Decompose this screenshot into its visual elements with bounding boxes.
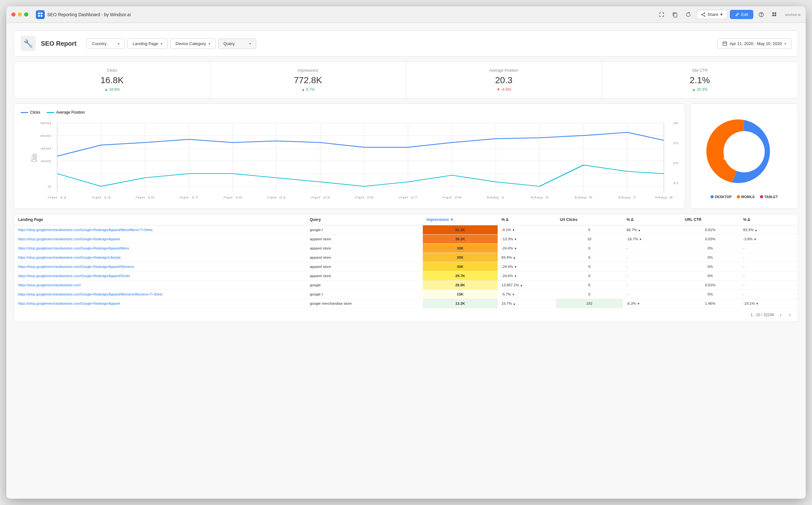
device-category-filter[interactable]: Device Category ▾ bbox=[170, 38, 216, 49]
cell-url-ctr-delta: - bbox=[739, 290, 798, 299]
cell-impressions: 13.2K bbox=[423, 299, 498, 308]
cell-url-clicks-delta: - bbox=[623, 253, 681, 262]
cell-query: google t bbox=[306, 225, 423, 234]
col-url-ctr[interactable]: URL CTR bbox=[681, 214, 739, 225]
cell-landing-page: https://shop.googlemerchandisestore.com/… bbox=[14, 234, 306, 244]
landing-page-chevron-icon: ▾ bbox=[161, 42, 163, 45]
svg-text:Apr 17: Apr 17 bbox=[179, 196, 198, 199]
cell-landing-page: https://shop.googlemerchandisestore.com/… bbox=[14, 272, 306, 281]
col-query[interactable]: Query bbox=[306, 214, 423, 225]
svg-text:May 3: May 3 bbox=[531, 196, 549, 199]
cell-impressions-delta: 13,957.1% ▲ bbox=[498, 281, 556, 290]
cell-url-clicks: 0 bbox=[556, 290, 623, 299]
donut-legend: DESKTOP MOBILE TABLET bbox=[711, 195, 778, 199]
query-filter[interactable]: Query ▾ bbox=[218, 38, 256, 49]
svg-point-5 bbox=[704, 13, 705, 14]
cell-query: apparel store bbox=[306, 234, 423, 244]
svg-rect-14 bbox=[772, 15, 774, 16]
close-button[interactable] bbox=[11, 12, 16, 16]
cell-url-ctr: 0% bbox=[681, 272, 739, 281]
app-logo: SEO Reporting Dashboard - by Windsor.ai bbox=[36, 10, 131, 19]
legend-avg-position: Average Position bbox=[47, 110, 85, 115]
svg-text:45.1%: 45.1% bbox=[723, 156, 735, 161]
share-button[interactable]: Share ▾ bbox=[696, 10, 727, 19]
svg-text:52.2%: 52.2% bbox=[753, 150, 764, 154]
cell-url-ctr: 0.01% bbox=[681, 225, 739, 234]
svg-text:Apr 21: Apr 21 bbox=[267, 196, 286, 199]
cell-url-clicks-delta: - bbox=[623, 290, 681, 299]
cell-landing-page: https://shop.googlemerchandisestore.com/… bbox=[14, 262, 306, 272]
col-landing-page[interactable]: Landing Page bbox=[14, 214, 306, 225]
line-chart-container: Clicks Average Position bbox=[14, 104, 685, 209]
windsor-logo: windsor.ai bbox=[785, 13, 801, 16]
svg-text:May 9: May 9 bbox=[655, 196, 673, 199]
cell-impressions-delta: -13.3% ▼ bbox=[498, 234, 556, 244]
help-button[interactable] bbox=[756, 10, 767, 19]
col-impressions-delta[interactable]: % Δ bbox=[498, 214, 556, 225]
col-url-clicks-delta[interactable]: % Δ bbox=[623, 214, 681, 225]
pagination-prev[interactable]: ‹ bbox=[778, 311, 783, 318]
impressions-change: ▲ 8.7% bbox=[218, 87, 398, 92]
svg-rect-1 bbox=[41, 12, 42, 14]
avg-position-down-icon: ▼ bbox=[496, 87, 500, 92]
date-range-filter[interactable]: Apr 11, 2020 - May 10, 2020 ▾ bbox=[717, 38, 791, 49]
minimize-button[interactable] bbox=[18, 12, 22, 16]
cell-url-ctr-delta: - bbox=[739, 281, 798, 290]
cell-impressions: 15K bbox=[423, 290, 498, 299]
fullscreen-button[interactable] bbox=[656, 10, 667, 19]
title-bar-actions: Share ▾ Edit bbox=[656, 10, 801, 19]
cell-impressions: 38.2K bbox=[423, 234, 498, 244]
site-ctr-change: ▲ 20.4% bbox=[610, 87, 790, 92]
svg-text:Apr 15: Apr 15 bbox=[135, 196, 155, 199]
cell-impressions-delta: -9.1% ▼ bbox=[498, 225, 556, 234]
svg-rect-0 bbox=[38, 12, 40, 14]
legend-desktop: DESKTOP bbox=[711, 195, 732, 199]
cell-url-clicks-delta: - bbox=[623, 272, 681, 281]
col-impressions[interactable]: Impressions ▼ bbox=[423, 214, 498, 225]
traffic-lights bbox=[11, 12, 28, 16]
avg-position-value: 20.3 bbox=[414, 75, 594, 86]
impressions-label: Impressions bbox=[218, 68, 398, 73]
share-label: Share bbox=[707, 12, 719, 17]
cell-query: google merchandise store bbox=[306, 299, 423, 308]
maximize-button[interactable] bbox=[24, 12, 28, 16]
svg-text:15: 15 bbox=[673, 182, 679, 185]
refresh-button[interactable] bbox=[683, 10, 694, 19]
query-filter-label: Query bbox=[224, 41, 235, 46]
country-filter[interactable]: Country ▾ bbox=[86, 38, 125, 49]
cell-impressions: 29.7K bbox=[423, 272, 498, 281]
svg-rect-13 bbox=[775, 12, 776, 14]
dashboard-title: SEO Report bbox=[41, 40, 76, 47]
cell-url-ctr: 0.02% bbox=[681, 281, 739, 290]
copy-button[interactable] bbox=[669, 10, 681, 19]
svg-text:20: 20 bbox=[673, 162, 679, 165]
col-url-ctr-delta[interactable]: % Δ bbox=[739, 214, 798, 225]
svg-point-6 bbox=[704, 16, 705, 16]
clicks-up-icon: ▲ bbox=[104, 87, 108, 92]
svg-rect-15 bbox=[775, 15, 776, 16]
date-range-label: Apr 11, 2020 - May 10, 2020 bbox=[730, 41, 782, 46]
cell-query: apparel store bbox=[306, 262, 423, 272]
svg-text:Apr 19: Apr 19 bbox=[223, 196, 242, 199]
landing-page-filter[interactable]: Landing Page ▾ bbox=[127, 38, 168, 49]
table-row: https://shop.googlemerchandisestore.com/… bbox=[14, 253, 798, 262]
table-row: https://shop.googlemerchandisestore.com/… bbox=[14, 290, 798, 299]
site-ctr-value: 2.1% bbox=[610, 75, 790, 86]
charts-row: Clicks Average Position bbox=[14, 104, 798, 209]
col-url-clicks[interactable]: Url Clicks bbox=[556, 214, 623, 225]
cell-url-clicks: 0 bbox=[556, 253, 623, 262]
cell-url-clicks-delta: -16.7% ▼ bbox=[623, 234, 681, 244]
apps-button[interactable] bbox=[769, 10, 780, 19]
table-body: https://shop.googlemerchandisestore.com/… bbox=[14, 225, 798, 308]
edit-button[interactable]: Edit bbox=[730, 10, 753, 19]
svg-text:600: 600 bbox=[40, 134, 51, 137]
cell-query: google bbox=[306, 281, 423, 290]
window-chrome: SEO Reporting Dashboard - by Windsor.ai bbox=[6, 6, 806, 499]
line-chart: 800 600 400 200 0 Clicks 30 25 20 15 A bbox=[21, 120, 679, 202]
svg-text:Apr 23: Apr 23 bbox=[310, 196, 330, 199]
pagination-next[interactable]: › bbox=[787, 311, 793, 318]
cell-landing-page: https://shop.googlemerchandisestore.com/… bbox=[14, 225, 306, 234]
avg-position-legend-line bbox=[47, 112, 54, 113]
desktop-legend-label: DESKTOP bbox=[715, 195, 732, 199]
table-footer: 1 - 10 / 32248 ‹ › bbox=[14, 308, 798, 322]
